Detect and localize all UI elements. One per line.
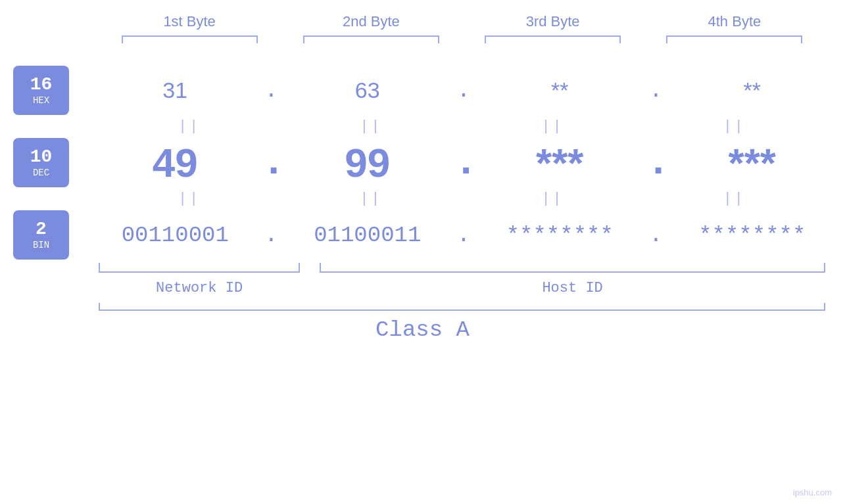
bin-values: 00110001 . 01100011 . ******** . *******…: [69, 223, 845, 248]
hex-badge: 16 HEX: [13, 66, 69, 115]
dec-byte-2: 99: [281, 139, 454, 186]
hex-values: 31 . 63 . ** . **: [69, 78, 845, 103]
bin-badge: 2 BIN: [13, 210, 69, 260]
bracket-1: [99, 35, 280, 47]
pipe-row-2: || || || ||: [0, 187, 845, 210]
network-id-label: Network ID: [99, 280, 300, 296]
class-bracket-row: [0, 303, 845, 311]
pipe-1-1: ||: [99, 118, 280, 135]
network-bracket: [99, 263, 300, 273]
dec-badge-label: DEC: [33, 168, 49, 178]
byte-header-4: 4th Byte: [644, 13, 825, 30]
hex-dot-2: .: [454, 78, 473, 103]
host-bracket: [320, 263, 825, 273]
bin-byte-1: 00110001: [89, 223, 262, 248]
id-labels-row: Network ID Host ID: [0, 280, 845, 296]
class-label: Class A: [0, 317, 845, 342]
dec-byte-4: ***: [666, 139, 839, 186]
pipe-row-1: || || || ||: [0, 115, 845, 138]
bin-byte-3: ********: [473, 223, 646, 248]
dec-dot-2: .: [454, 139, 473, 186]
pipe-2-1: ||: [99, 191, 280, 207]
main-container: 1st Byte 2nd Byte 3rd Byte 4th Byte 16 H…: [0, 0, 845, 504]
bin-dot-2: .: [454, 223, 473, 248]
hex-byte-4: **: [666, 78, 839, 103]
pipe-2-3: ||: [462, 191, 644, 207]
dec-values: 49 . 99 . *** . ***: [69, 139, 845, 186]
bin-dot-3: .: [646, 223, 666, 248]
bin-byte-2: 01100011: [281, 223, 454, 248]
bracket-2: [280, 35, 462, 47]
watermark: ipshu.com: [793, 488, 832, 497]
hex-byte-3: **: [473, 78, 646, 103]
top-bracket-row: [0, 35, 845, 47]
bin-row: 2 BIN 00110001 . 01100011 . ******** . *…: [0, 210, 845, 260]
pipe-2-4: ||: [644, 191, 825, 207]
byte-header-3: 3rd Byte: [462, 13, 644, 30]
byte-header-2: 2nd Byte: [280, 13, 462, 30]
dec-badge-num: 10: [30, 147, 53, 168]
hex-byte-2: 63: [281, 78, 454, 103]
dec-dot-1: .: [262, 139, 281, 186]
byte-headers: 1st Byte 2nd Byte 3rd Byte 4th Byte: [0, 13, 845, 30]
bin-dot-1: .: [262, 223, 281, 248]
pipe-1-2: ||: [280, 118, 462, 135]
bin-badge-num: 2: [36, 219, 47, 240]
pipe-2-2: ||: [280, 191, 462, 207]
hex-byte-1: 31: [89, 78, 262, 103]
hex-badge-num: 16: [30, 75, 53, 95]
hex-row: 16 HEX 31 . 63 . ** . **: [0, 66, 845, 115]
dec-byte-3: ***: [473, 139, 646, 186]
bin-byte-4: ********: [666, 223, 839, 248]
class-bracket-line: [99, 303, 825, 311]
bracket-3: [462, 35, 644, 47]
host-id-label: Host ID: [320, 280, 825, 296]
dec-dot-3: .: [646, 139, 666, 186]
byte-header-1: 1st Byte: [99, 13, 280, 30]
dec-byte-1: 49: [89, 139, 262, 186]
bottom-bracket-row: [0, 263, 845, 276]
hex-dot-1: .: [262, 78, 281, 103]
bin-badge-label: BIN: [33, 240, 49, 250]
bracket-4: [644, 35, 825, 47]
dec-row: 10 DEC 49 . 99 . *** . ***: [0, 138, 845, 187]
dec-badge: 10 DEC: [13, 138, 69, 187]
hex-dot-3: .: [646, 78, 666, 103]
pipe-1-3: ||: [462, 118, 644, 135]
hex-badge-label: HEX: [33, 95, 49, 106]
pipe-1-4: ||: [644, 118, 825, 135]
